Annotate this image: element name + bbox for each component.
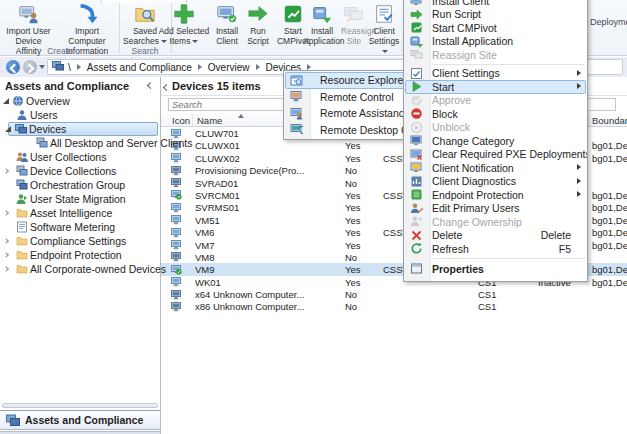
import-user-device-affinity-button[interactable]: Import User Device Affinity [2,2,55,46]
pane-splitter-grip[interactable] [2,403,158,408]
breadcrumb-separator-icon [77,64,81,70]
menu-item-reassign-site[interactable]: Reassign Site [404,48,587,62]
device-noclient-icon [171,252,182,262]
menu-item-properties[interactable]: Properties [404,261,587,277]
reassign-site-button[interactable]: Reassign Site [341,2,367,46]
tree-item-all-desktop-and-server-clients[interactable]: All Desktop and Server Clients [0,136,160,150]
folder-icon [16,263,28,275]
table-row[interactable]: x86 Unknown Computer... No CS1 [161,300,627,312]
breadcrumb-overview[interactable]: Overview [208,62,250,73]
column-header-name[interactable]: Name [197,115,222,126]
collection-icon [36,137,48,149]
install-application-button[interactable]: Install Application [303,2,341,46]
menu-item-remote-desktop-client[interactable]: Remote Desktop Client [284,122,408,139]
dropdown-caret-icon [382,50,388,53]
import-computer-information-button[interactable]: Import Computer Information [56,2,118,46]
device-client-check-icon [171,265,182,275]
tree-item-label: Devices [29,123,66,135]
sort-ascending-icon [238,114,244,118]
menu-item-start[interactable]: Start [404,80,587,94]
expander-collapsed-icon[interactable] [3,168,9,174]
tree-item-devices[interactable]: Devices [0,122,160,136]
menu-item-endpoint-protection[interactable]: Endpoint Protection [404,188,587,202]
workspace-button-assets-and-compliance[interactable]: Assets and Compliance [0,410,160,430]
tree-item-software-metering[interactable]: Software Metering [0,220,160,234]
expander-collapsed-icon[interactable] [3,238,9,244]
menu-item-delete[interactable]: Delete Delete [404,229,587,243]
menu-item-block[interactable]: Block [404,107,587,121]
column-header-icon[interactable]: Icon [172,115,190,126]
ribbon-button-label: Install Application [303,26,345,46]
import-computer-information-icon [56,3,118,27]
run-script-button[interactable]: Run Script [244,2,272,46]
expander-collapsed-icon[interactable] [3,266,9,272]
install-client-button[interactable]: Install Client [212,2,242,46]
menu-item-run-script[interactable]: Run Script [404,8,587,22]
add-selected-items-icon [158,3,210,27]
tree-item-user-collections[interactable]: User Collections [0,150,160,164]
collapse-list-icon[interactable] [163,84,170,91]
properties-icon [410,262,423,275]
tree-item-overview[interactable]: Overview [0,94,160,108]
navigation-pane: Assets and Compliance Overview Users Dev… [0,77,161,434]
menu-item-install-client[interactable]: Install Client [404,0,587,8]
menu-item-approve[interactable]: Approve [404,94,587,108]
ribbon-button-label: Saved Searches [123,26,159,46]
change-category-icon [410,134,423,147]
remote-assistance-icon [290,107,303,120]
client-diagnostics-icon [410,175,423,188]
tree-item-asset-intelligence[interactable]: Asset Intelligence [0,206,160,220]
menu-item-change-category[interactable]: Change Category [404,134,587,148]
expander-collapsed-icon[interactable] [3,210,9,216]
device-client-icon [171,215,182,225]
table-row[interactable]: x64 Unknown Computer... No CS1 [161,288,627,300]
device-client-icon [171,203,182,213]
column-separator[interactable] [192,114,193,126]
menu-item-edit-primary-users[interactable]: Edit Primary Users [404,202,587,216]
breadcrumb-assets-and-compliance[interactable]: Assets and Compliance [87,62,192,73]
menu-item-start-cmpivot[interactable]: Start CMPivot [404,21,587,35]
menu-item-change-ownership[interactable]: Change Ownership [404,215,587,229]
client-settings-button[interactable]: Client Settings [366,2,402,46]
tree-item-user-state-migration[interactable]: User State Migration [0,192,160,206]
column-separator[interactable] [588,114,589,126]
reassign-site-icon [341,3,367,27]
navigation-pane-title: Assets and Compliance [5,80,129,92]
menu-item-resource-explorer[interactable]: Resource Explorer [284,72,408,89]
column-header-boundary-group[interactable]: Boundary G [592,115,627,126]
tree-item-label: User Collections [30,151,106,163]
tree-item-device-collections[interactable]: Device Collections [0,164,160,178]
ribbon-group-create: Create [2,46,118,56]
menu-item-remote-control[interactable]: Remote Control [284,89,408,106]
ribbon-button-label: Client Settings [369,26,400,46]
tree-item-endpoint-protection[interactable]: Endpoint Protection [0,248,160,262]
unblock-icon [410,121,423,134]
add-selected-items-button[interactable]: Add Selected Items [158,2,210,46]
client-notification-icon [410,161,423,174]
menu-item-remote-assistance[interactable]: Remote Assistance [284,105,408,122]
metering-icon [16,221,28,233]
expander-collapsed-icon[interactable] [3,252,9,258]
menu-shortcut: F5 [559,243,571,255]
menu-item-client-settings[interactable]: Client Settings [404,67,587,81]
forward-button[interactable] [23,60,37,74]
expander-expanded-icon[interactable] [5,126,11,132]
tree-item-all-corporate-owned-devices[interactable]: All Corporate-owned Devices [0,262,160,276]
expander-expanded-icon[interactable] [3,98,9,104]
menu-item-client-notification[interactable]: Client Notification [404,161,587,175]
history-dropdown-icon[interactable] [39,65,45,69]
menu-item-client-diagnostics[interactable]: Client Diagnostics [404,175,587,189]
tree-item-orchestration-group[interactable]: Orchestration Group [0,178,160,192]
change-ownership-icon [410,215,423,228]
breadcrumb-separator-icon [256,64,260,70]
breadcrumb-root[interactable]: \ [68,62,71,73]
collapse-pane-icon[interactable] [147,82,154,89]
menu-item-unblock[interactable]: Unblock [404,121,587,135]
menu-item-refresh[interactable]: Refresh F5 [404,242,587,256]
tree-item-compliance-settings[interactable]: Compliance Settings [0,234,160,248]
menu-item-clear-required-pxe-deployments[interactable]: Clear Required PXE Deployments [404,148,587,162]
menu-item-install-application[interactable]: Install Application [404,35,587,49]
clear-pxe-icon [410,148,423,161]
tree-item-users[interactable]: Users [0,108,160,122]
back-button[interactable] [6,60,20,74]
